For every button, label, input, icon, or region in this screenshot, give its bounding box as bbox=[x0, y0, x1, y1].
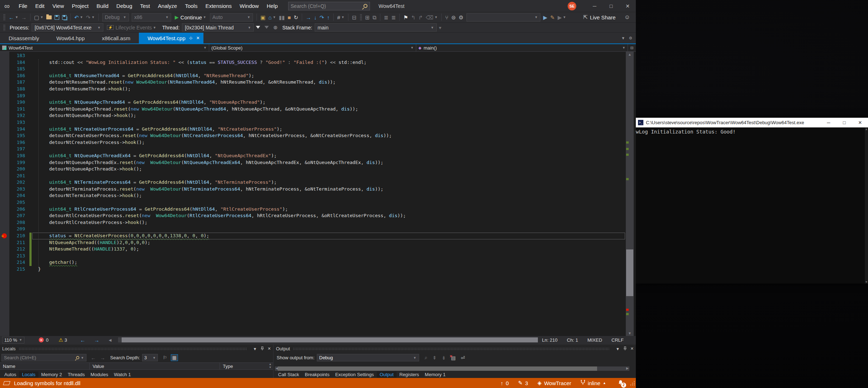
code-map-icon[interactable]: ⊟ bbox=[351, 13, 358, 22]
code-area[interactable]: 183184std::cout << "WowLog Initializatio… bbox=[0, 52, 626, 273]
pending-edits[interactable]: ✎ 3 bbox=[518, 380, 528, 386]
glyph-margin-cell[interactable]: ➜ bbox=[0, 233, 9, 239]
tab-x86call-asm[interactable]: x86call.asm bbox=[93, 33, 139, 43]
glyph-margin-cell[interactable] bbox=[0, 212, 9, 219]
new-window-icon[interactable]: ⊞ bbox=[364, 13, 371, 22]
hscroll-right-icon[interactable]: ▶ bbox=[626, 366, 629, 370]
output-source-combo[interactable]: Debug▼ bbox=[317, 354, 419, 361]
hscroll-left-icon[interactable]: ◀ bbox=[109, 338, 112, 342]
save-icon[interactable] bbox=[53, 13, 61, 22]
redo-icon[interactable]: ↷▼ bbox=[85, 13, 97, 22]
menu-test[interactable]: Test bbox=[136, 0, 154, 12]
indent-more-icon[interactable]: ≣ bbox=[390, 13, 397, 22]
scroll-down-icon[interactable]: ▼ bbox=[626, 331, 634, 335]
glyph-margin-cell[interactable] bbox=[0, 126, 9, 133]
menu-tools[interactable]: Tools bbox=[181, 0, 201, 12]
next-message-icon[interactable]: ⇟ bbox=[442, 355, 446, 361]
menu-file[interactable]: File bbox=[15, 0, 31, 12]
tab-wow64-hpp[interactable]: Wow64.hpp bbox=[48, 33, 93, 43]
stop-debugging-icon[interactable]: ■ bbox=[286, 13, 292, 22]
glyph-margin-cell[interactable] bbox=[0, 139, 9, 146]
scope-dropdown[interactable]: (Global Scope)▼ bbox=[209, 44, 416, 51]
notifications-button[interactable]: 2 bbox=[618, 380, 623, 387]
break-all-icon[interactable]: ▮▮ bbox=[277, 13, 286, 22]
process-combo[interactable]: [0x67C8] Wow64Test.exe▼ bbox=[32, 23, 103, 32]
indent-less-icon[interactable]: ≣ bbox=[383, 13, 390, 22]
profile-icon[interactable]: ▶▼ bbox=[556, 13, 567, 22]
console-maximize-button[interactable]: □ bbox=[836, 120, 852, 125]
tab-wow64test-cpp[interactable]: Wow64Test.cpp⊹✕ bbox=[139, 33, 203, 43]
close-icon[interactable]: ✕ bbox=[630, 346, 634, 351]
line-indicator[interactable]: Ln: 210 bbox=[542, 337, 557, 343]
glyph-margin-cell[interactable] bbox=[0, 112, 9, 119]
glyph-margin-cell[interactable] bbox=[0, 173, 9, 179]
debug-tab-threads[interactable]: Threads bbox=[65, 371, 88, 378]
filter-threads-icon[interactable] bbox=[256, 26, 260, 29]
glyph-margin-cell[interactable] bbox=[0, 132, 9, 139]
push-status[interactable]: ↑ 0 bbox=[501, 380, 509, 386]
resize-grip[interactable] bbox=[630, 380, 635, 385]
minimize-button[interactable]: ─ bbox=[586, 0, 603, 12]
clear-all-icon[interactable]: ▤✕ bbox=[451, 355, 456, 361]
glyph-margin-cell[interactable] bbox=[0, 59, 9, 66]
split-editor-button[interactable]: ⊟ bbox=[628, 44, 636, 51]
hex-display-icon[interactable]: #▼ bbox=[336, 13, 346, 22]
new-file-icon[interactable]: ▢▼ bbox=[33, 13, 45, 22]
glyph-margin-cell[interactable] bbox=[0, 106, 9, 113]
save-all-icon[interactable] bbox=[61, 13, 68, 22]
output-horizontal-scrollbar[interactable]: ◀ ▶ bbox=[275, 366, 629, 371]
glyph-margin-cell[interactable] bbox=[0, 79, 9, 86]
step-into-icon[interactable]: ↓ bbox=[313, 13, 318, 22]
window-menu-icon[interactable]: ▼ bbox=[253, 347, 257, 351]
diagnostics-icon[interactable]: ⌂▼ bbox=[267, 13, 277, 22]
glyph-margin-cell[interactable] bbox=[0, 86, 9, 93]
editor-horizontal-scrollbar[interactable] bbox=[118, 337, 531, 342]
work-item-icon[interactable]: ⊜ bbox=[450, 13, 458, 22]
next-bookmark-icon[interactable]: ↱ bbox=[417, 13, 424, 22]
show-next-statement-icon[interactable]: → bbox=[304, 13, 313, 22]
glyph-margin-cell[interactable] bbox=[0, 266, 9, 273]
debug-tab-memory-2[interactable]: Memory 2 bbox=[38, 371, 65, 378]
debug-tab-locals[interactable]: Locals bbox=[19, 371, 38, 378]
repository-status[interactable]: ◈ WowTracer bbox=[538, 380, 571, 386]
solution-config-combo[interactable]: Debug▼ bbox=[102, 13, 129, 22]
console-titlebar[interactable]: >_ C:\Users\steve\source\repos\WowTracer… bbox=[635, 118, 868, 127]
glyph-margin-cell[interactable] bbox=[0, 179, 9, 186]
bookmark-icon[interactable]: ⚑ bbox=[402, 13, 409, 22]
feedback-icon[interactable]: ☺ bbox=[624, 14, 630, 20]
glyph-margin-cell[interactable] bbox=[0, 239, 9, 246]
nav-back-icon[interactable]: ←▼ bbox=[7, 13, 20, 22]
run-tests-icon[interactable]: ⚙ bbox=[457, 13, 465, 22]
avatar[interactable]: SE bbox=[568, 2, 576, 10]
error-count[interactable]: 0 bbox=[46, 337, 48, 343]
menu-window[interactable]: Window bbox=[236, 0, 263, 12]
compare-icon[interactable]: ⑂ bbox=[444, 13, 450, 22]
glyph-margin-cell[interactable] bbox=[0, 253, 9, 260]
navigate-back-icon[interactable]: ← bbox=[80, 337, 85, 343]
glyph-margin-cell[interactable] bbox=[0, 159, 9, 166]
word-wrap-icon[interactable]: ⏎ bbox=[461, 355, 465, 361]
undo-icon[interactable]: ↶▼ bbox=[73, 13, 85, 22]
step-over-icon[interactable]: ↷ bbox=[318, 13, 326, 22]
test-explorer-icon[interactable]: ▶ bbox=[542, 13, 549, 22]
gear-icon[interactable]: ⚙ bbox=[629, 36, 632, 41]
menu-help[interactable]: Help bbox=[263, 0, 282, 12]
chevron-down-icon[interactable]: ▼ bbox=[621, 36, 625, 40]
column-header-name[interactable]: Name bbox=[0, 363, 90, 369]
glyph-margin-cell[interactable] bbox=[0, 73, 9, 79]
continue-button[interactable]: ▶Continue▼ bbox=[175, 14, 206, 20]
console-window[interactable]: >_ C:\Users\steve\source\repos\WowTracer… bbox=[635, 118, 868, 284]
lifecycle-events-button[interactable]: ⚡ Lifecycle Events▼ bbox=[107, 25, 156, 31]
edit-icon[interactable]: ✎ bbox=[549, 13, 556, 22]
menu-project[interactable]: Project bbox=[68, 0, 93, 12]
scroll-up-icon[interactable]: ▲ bbox=[626, 52, 634, 56]
menu-debug[interactable]: Debug bbox=[112, 0, 136, 12]
console-output[interactable]: wLog Initialization Status: Good! ▲▼ bbox=[635, 127, 868, 284]
live-share-button[interactable]: ⇱Live Share bbox=[583, 14, 620, 20]
clear-bookmarks-icon[interactable]: ⌫▼ bbox=[424, 13, 439, 22]
locals-search-input[interactable]: Search (Ctrl+E) ▼ bbox=[1, 354, 86, 361]
step-out-icon[interactable]: ↑ bbox=[325, 13, 331, 22]
column-indicator[interactable]: Ch: 1 bbox=[567, 337, 578, 343]
search-prev-icon[interactable]: ← bbox=[91, 355, 96, 361]
background-task-icon[interactable] bbox=[3, 381, 10, 385]
